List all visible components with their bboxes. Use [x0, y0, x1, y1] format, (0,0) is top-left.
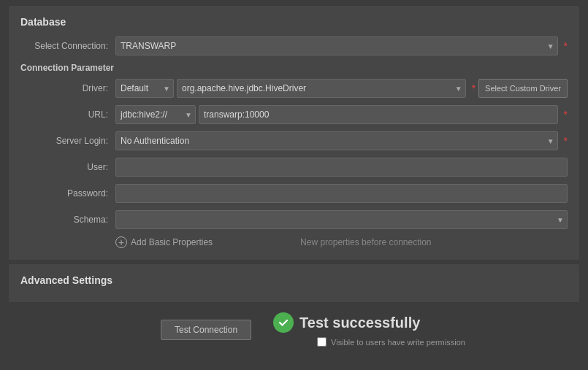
- database-section: Database Select Connection: TRANSWARP ▼ …: [9, 6, 579, 260]
- plus-circle-icon: +: [115, 236, 127, 248]
- new-props-hint: New properties before connection: [300, 237, 431, 247]
- driver-default-wrapper: Default ▼: [115, 79, 174, 98]
- server-login-required: *: [564, 135, 568, 147]
- select-custom-driver-button[interactable]: Select Custom Driver: [478, 79, 568, 98]
- driver-type-dropdown[interactable]: Default: [115, 79, 174, 98]
- select-connection-required: *: [564, 40, 568, 52]
- schema-controls: ▼: [115, 210, 568, 229]
- url-prefix-dropdown[interactable]: jdbc:hive2://: [115, 105, 196, 124]
- password-controls: [115, 184, 568, 203]
- add-props-row: + Add Basic Properties New properties be…: [115, 236, 568, 248]
- driver-controls: Default ▼ org.apache.hive.jdbc.HiveDrive…: [115, 79, 568, 98]
- server-login-label: Server Login:: [20, 136, 115, 146]
- user-row: User:: [20, 158, 568, 177]
- advanced-settings-section: Advanced Settings: [9, 264, 579, 302]
- user-controls: [115, 158, 568, 177]
- url-row: URL: jdbc:hive2:// ▼ *: [20, 105, 568, 124]
- driver-class-wrapper: org.apache.hive.jdbc.HiveDriver ▼: [177, 79, 466, 98]
- add-basic-properties-label: Add Basic Properties: [131, 237, 213, 247]
- check-circle-icon: [273, 312, 294, 333]
- bottom-bar: Test Connection Test successfully Visibl…: [0, 302, 588, 357]
- url-label: URL:: [20, 109, 115, 120]
- test-connection-button[interactable]: Test Connection: [161, 320, 251, 340]
- select-connection-row: Select Connection: TRANSWARP ▼ *: [20, 36, 568, 55]
- database-title: Database: [20, 16, 568, 28]
- select-connection-dropdown[interactable]: TRANSWARP: [115, 36, 558, 55]
- schema-dropdown[interactable]: [115, 210, 568, 229]
- password-row: Password:: [20, 184, 568, 203]
- connection-param-title: Connection Parameter: [20, 63, 568, 73]
- url-controls: jdbc:hive2:// ▼ *: [115, 105, 568, 124]
- visible-label: Visible to users have write permission: [331, 338, 465, 347]
- select-connection-wrapper: TRANSWARP ▼: [115, 36, 558, 55]
- driver-label: Driver:: [20, 83, 115, 93]
- driver-required: *: [472, 82, 476, 94]
- password-label: Password:: [20, 188, 115, 199]
- server-login-wrapper: No Authentication ▼: [115, 131, 558, 150]
- server-login-dropdown[interactable]: No Authentication: [115, 131, 558, 150]
- select-connection-controls: TRANSWARP ▼ *: [115, 36, 568, 55]
- url-required: *: [564, 109, 568, 120]
- visible-checkbox[interactable]: [317, 337, 327, 347]
- user-label: User:: [20, 162, 115, 172]
- url-value-input[interactable]: [199, 105, 558, 124]
- add-basic-properties-button[interactable]: + Add Basic Properties: [115, 236, 213, 248]
- server-login-row: Server Login: No Authentication ▼ *: [20, 131, 568, 150]
- select-connection-label: Select Connection:: [20, 41, 115, 51]
- server-login-controls: No Authentication ▼ *: [115, 131, 568, 150]
- user-input[interactable]: [115, 158, 568, 177]
- driver-class-dropdown[interactable]: org.apache.hive.jdbc.HiveDriver: [177, 79, 466, 98]
- schema-label: Schema:: [20, 215, 115, 225]
- test-success-row: Test successfully: [273, 312, 465, 333]
- password-input[interactable]: [115, 184, 568, 203]
- schema-row: Schema: ▼: [20, 210, 568, 229]
- schema-wrapper: ▼: [115, 210, 568, 229]
- advanced-settings-title: Advanced Settings: [20, 274, 568, 286]
- visible-row: Visible to users have write permission: [317, 337, 465, 347]
- test-result-area: Test successfully Visible to users have …: [273, 312, 465, 347]
- test-success-text: Test successfully: [299, 315, 420, 331]
- driver-row: Driver: Default ▼ org.apache.hive.jdbc.H…: [20, 79, 568, 98]
- url-prefix-wrapper: jdbc:hive2:// ▼: [115, 105, 196, 124]
